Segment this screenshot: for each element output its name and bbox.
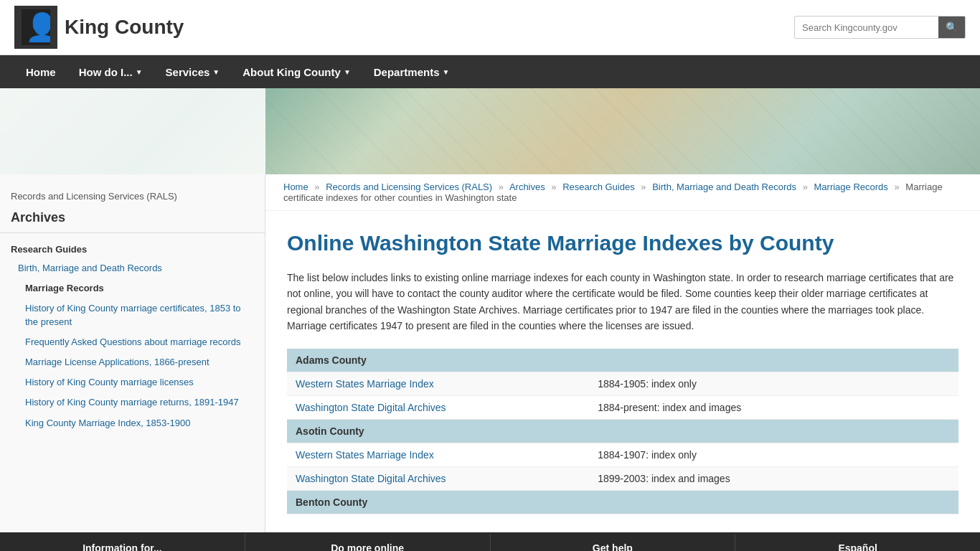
county-name-asotin: Asotin County <box>287 419 958 443</box>
logo-icon: 👤 <box>14 6 57 49</box>
main-nav: Home How do I... ▼ Services ▼ About King… <box>0 55 980 88</box>
county-name-adams: Adams County <box>287 349 958 372</box>
nav-about[interactable]: About King County ▼ <box>231 55 362 88</box>
county-header-benton: Benton County <box>287 490 958 514</box>
nav-services[interactable]: Services ▼ <box>154 55 232 88</box>
breadcrumb-birth-marriage-death[interactable]: Birth, Marriage and Death Records <box>652 182 796 192</box>
breadcrumb-home[interactable]: Home <box>283 182 308 192</box>
sidebar-item-birth-marriage-death[interactable]: Birth, Marriage and Death Records <box>0 258 265 278</box>
sidebar-nav: Research Guides Birth, Marriage and Deat… <box>0 240 265 433</box>
search-input[interactable] <box>795 18 938 37</box>
record-link-cell: Western States Marriage Index <box>287 443 589 466</box>
chevron-down-icon: ▼ <box>344 68 351 76</box>
main-layout: Records and Licensing Services (RALS) Ar… <box>0 174 980 532</box>
breadcrumb-sep: » <box>551 182 556 192</box>
sidebar-item-license-applications[interactable]: Marriage License Applications, 1866-pres… <box>0 352 265 372</box>
footer-col-do-more[interactable]: Do more online <box>245 534 491 551</box>
nav-home[interactable]: Home <box>14 55 67 88</box>
record-link-cell: Washington State Digital Archives <box>287 395 589 419</box>
table-row: Western States Marriage Index 1884-1907:… <box>287 443 958 466</box>
sidebar-item-history-certificates[interactable]: History of King County marriage certific… <box>0 298 265 331</box>
western-states-link-adams[interactable]: Western States Marriage Index <box>296 378 434 390</box>
main-content: Home » Records and Licensing Services (R… <box>265 174 980 532</box>
breadcrumb-sep: » <box>641 182 646 192</box>
breadcrumb-rals[interactable]: Records and Licensing Services (RALS) <box>326 182 492 192</box>
wa-digital-archives-link-asotin[interactable]: Washington State Digital Archives <box>296 473 446 484</box>
breadcrumb-archives[interactable]: Archives <box>509 182 545 192</box>
search-button[interactable]: 🔍 <box>938 17 965 38</box>
logo-area: 👤 King County <box>14 6 184 49</box>
county-header-asotin: Asotin County <box>287 419 958 443</box>
site-title: King County <box>65 16 184 39</box>
breadcrumb-sep: » <box>314 182 319 192</box>
record-desc-cell: 1899-2003: index and images <box>589 466 958 490</box>
sidebar-item-faq[interactable]: Frequently Asked Questions about marriag… <box>0 332 265 352</box>
page-title: Online Washington State Marriage Indexes… <box>287 229 958 257</box>
record-link-cell: Washington State Digital Archives <box>287 466 589 490</box>
breadcrumb-sep: » <box>894 182 899 192</box>
footer-do-more-label: Do more online <box>331 542 404 551</box>
breadcrumb-sep: » <box>499 182 504 192</box>
sidebar-map-overlay <box>0 88 265 174</box>
sidebar-section-title: Archives <box>0 210 265 232</box>
footer-get-help-label: Get help <box>593 542 633 551</box>
chevron-down-icon: ▼ <box>212 68 220 76</box>
record-desc-cell: 1884-1905: index only <box>589 372 958 395</box>
sidebar: Records and Licensing Services (RALS) Ar… <box>0 174 265 532</box>
western-states-link-asotin[interactable]: Western States Marriage Index <box>296 449 434 461</box>
hero-map <box>0 88 980 174</box>
sidebar-nav-group-title: Research Guides <box>0 240 265 258</box>
svg-text:👤: 👤 <box>25 11 50 44</box>
chevron-down-icon: ▼ <box>136 68 143 76</box>
sidebar-item-marriage-index[interactable]: King County Marriage Index, 1853-1900 <box>0 413 265 433</box>
sidebar-item-history-licenses[interactable]: History of King County marriage licenses <box>0 372 265 392</box>
breadcrumb: Home » Records and Licensing Services (R… <box>265 174 980 211</box>
breadcrumb-marriage-records[interactable]: Marriage Records <box>814 182 888 192</box>
sidebar-breadcrumb: Records and Licensing Services (RALS) <box>0 185 265 210</box>
nav-departments[interactable]: Departments ▼ <box>362 55 461 88</box>
page-intro: The list below includes links to existin… <box>287 270 958 334</box>
table-row: Western States Marriage Index 1884-1905:… <box>287 372 958 395</box>
footer-col-get-help[interactable]: Get help <box>491 534 736 551</box>
sidebar-breadcrumb-text: Records and Licensing Services (RALS) <box>11 191 177 202</box>
breadcrumb-sep: » <box>803 182 808 192</box>
breadcrumb-research-guides[interactable]: Research Guides <box>562 182 634 192</box>
footer-col-espanol[interactable]: Español <box>735 534 980 551</box>
chevron-down-icon: ▼ <box>442 68 449 76</box>
county-header-adams: Adams County <box>287 349 958 372</box>
record-desc-cell: 1884-present: index and images <box>589 395 958 419</box>
wa-digital-archives-link-adams[interactable]: Washington State Digital Archives <box>296 402 446 413</box>
site-header: 👤 King County 🔍 <box>0 0 980 55</box>
page-content-area: Online Washington State Marriage Indexes… <box>265 211 980 532</box>
county-table: Adams County Western States Marriage Ind… <box>287 349 958 514</box>
sidebar-item-history-returns[interactable]: History of King County marriage returns,… <box>0 392 265 413</box>
record-link-cell: Western States Marriage Index <box>287 372 589 395</box>
footer-information-label: Information for... <box>83 542 161 551</box>
county-name-benton: Benton County <box>287 490 958 514</box>
search-area: 🔍 <box>794 16 966 39</box>
record-desc-cell: 1884-1907: index only <box>589 443 958 466</box>
footer-col-information[interactable]: Information for... <box>0 534 245 551</box>
sidebar-item-marriage-records[interactable]: Marriage Records <box>0 278 265 298</box>
site-footer: Information for... Do more online Get he… <box>0 532 980 551</box>
nav-how-do-i[interactable]: How do I... ▼ <box>67 55 154 88</box>
table-row: Washington State Digital Archives 1899-2… <box>287 466 958 490</box>
table-row: Washington State Digital Archives 1884-p… <box>287 395 958 419</box>
footer-espanol-label: Español <box>838 542 877 551</box>
